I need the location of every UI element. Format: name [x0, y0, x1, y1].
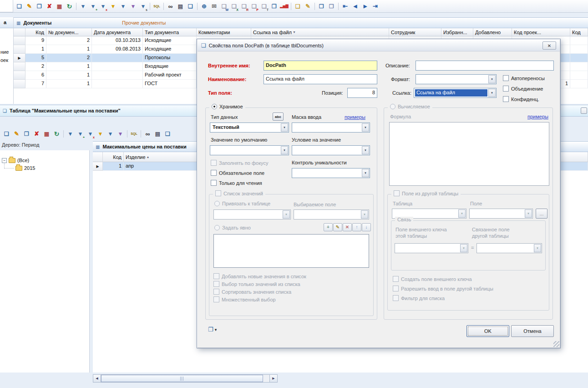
filter-remove-icon[interactable]: ▼x	[98, 1, 108, 11]
close-button[interactable]: ✕	[542, 41, 556, 50]
filter-exclude-icon[interactable]: ▼	[128, 1, 138, 11]
clear-table-icon[interactable]: ▦	[42, 129, 51, 139]
filter-remove-icon[interactable]: ▼x	[86, 129, 95, 139]
panel-collapse-button[interactable]	[581, 107, 587, 114]
expander-minus-icon[interactable]: −	[2, 158, 7, 163]
nav-first-icon[interactable]: ⇤	[340, 1, 350, 11]
windows-cascade-icon[interactable]: ❒	[327, 1, 336, 11]
scroll-right-button[interactable]: ▶	[269, 375, 277, 382]
format-dropdown[interactable]: ▼	[416, 74, 497, 84]
link-dropdown[interactable]: Ссылка на файл ▼	[414, 88, 497, 98]
tree-node-root[interactable]: − (Все)	[2, 158, 29, 163]
print-icon[interactable]: ▤	[176, 1, 185, 11]
name-input[interactable]: Ссылка на файл	[264, 74, 377, 84]
tree-node-label[interactable]: 2015	[24, 165, 35, 171]
related-field-dropdown[interactable]: ▼	[476, 243, 542, 253]
chevron-down-icon[interactable]: ▼	[534, 244, 541, 252]
export-rtf-icon[interactable]: ❏R	[239, 1, 249, 11]
ok-button[interactable]: OK	[466, 325, 509, 337]
uniqueness-dropdown[interactable]: ▼	[292, 168, 370, 178]
chevron-down-icon[interactable]: ▼	[362, 146, 369, 154]
filter-saved-icon[interactable]: ▼s	[138, 1, 148, 11]
bind-to-table-radio[interactable]: Привязать к таблице	[214, 201, 270, 206]
chart-icon[interactable]: ▂▅▇	[279, 1, 289, 11]
scrollbar-track[interactable]	[101, 375, 269, 382]
add-record-icon[interactable]: ❏	[2, 129, 11, 139]
value-condition-dropdown[interactable]: ▼	[292, 145, 370, 155]
column-header[interactable]: Ссылка на файл▼	[251, 28, 389, 36]
add-record-icon[interactable]: ❏	[15, 1, 24, 11]
computed-radio[interactable]: Вычисляемое	[390, 104, 430, 109]
export-html-icon[interactable]: ⊕	[199, 1, 209, 11]
internal-name-input[interactable]: DocPath	[264, 61, 377, 71]
edit-record-icon[interactable]: ✎	[25, 1, 34, 11]
print-icon[interactable]: ▤	[153, 129, 162, 139]
chevron-down-icon[interactable]: ▼	[283, 210, 290, 219]
formula-textarea[interactable]	[389, 122, 549, 186]
filter-sql-icon[interactable]: SQL	[129, 129, 139, 139]
column-header[interactable]: № докумен...	[46, 28, 92, 36]
delete-record-icon[interactable]: ✘	[45, 1, 54, 11]
default-value-dropdown[interactable]: ▼	[210, 145, 289, 155]
copy-record-icon[interactable]: ❐	[35, 1, 44, 11]
export-txt-icon[interactable]: ❏T	[259, 1, 269, 11]
input-mask-dropdown[interactable]: ▼	[292, 123, 370, 133]
other-table-checkbox[interactable]: Поле из другой таблицы	[394, 190, 458, 196]
column-header[interactable]: Дата документа	[92, 28, 143, 36]
copy-record-icon[interactable]: ❐	[22, 129, 31, 139]
list-delete-button[interactable]: ✕	[343, 223, 352, 231]
copy-properties-button[interactable]: ❐ ▾	[208, 326, 217, 333]
stored-radio[interactable]: Хранимое	[212, 104, 243, 109]
refresh-icon[interactable]: ↻	[52, 129, 61, 139]
autowrap-checkbox[interactable]: Автопереносы	[503, 75, 545, 81]
explicit-list-radio[interactable]: Задать явно	[214, 225, 251, 230]
multi-select-checkbox[interactable]: Множественный выбор	[213, 296, 276, 302]
preview-icon[interactable]: ❏	[186, 1, 195, 11]
chevron-down-icon[interactable]: ▼	[362, 123, 369, 132]
required-checkbox[interactable]: Обязательное поле	[211, 170, 264, 176]
column-header[interactable]: Тип документа	[143, 28, 197, 36]
column-header[interactable]: Код	[570, 28, 588, 36]
list-edit-button[interactable]: ✎	[333, 223, 342, 231]
add-new-values-checkbox[interactable]: Добавлять новые значения в список	[213, 273, 306, 279]
description-input[interactable]	[416, 61, 554, 71]
bind-table-dropdown[interactable]: ▼	[213, 209, 291, 220]
position-input[interactable]: 8	[347, 88, 377, 98]
merge-checkbox[interactable]: Объединение	[503, 86, 543, 92]
explicit-values-listbox[interactable]	[213, 234, 369, 268]
chevron-down-icon[interactable]: ▼	[362, 169, 369, 177]
tab-other-documents[interactable]: Прочие документы	[122, 20, 166, 26]
export-word-icon[interactable]: ❏W	[219, 1, 229, 11]
tree-node-label[interactable]: (Все)	[17, 158, 29, 163]
chevron-down-icon[interactable]: ▼	[361, 210, 368, 219]
chevron-down-icon[interactable]: ▼	[460, 244, 467, 252]
filter-add-icon[interactable]: ▼+	[76, 129, 85, 139]
bind-field-dropdown[interactable]: ▼	[294, 209, 369, 220]
filter-icon[interactable]: ▼	[66, 129, 75, 139]
column-header[interactable]: Добавлено	[473, 28, 512, 36]
browse-button[interactable]: ...	[536, 209, 547, 219]
tree-node-2015[interactable]: 2015	[15, 165, 35, 171]
documents-panel-header[interactable]: ▦ Документы Прочие документы	[14, 17, 588, 28]
list-filter-checkbox[interactable]: Фильтр для списка	[393, 295, 445, 301]
chevron-down-icon[interactable]: ▼	[488, 75, 496, 83]
note-icon[interactable]: ❑	[293, 1, 303, 11]
allow-input-checkbox[interactable]: Разрешить ввод в поле другой таблицы	[393, 286, 493, 291]
filter-add-icon[interactable]: ▼+	[88, 1, 98, 11]
fill-on-focus-checkbox[interactable]: Заполнять по фокусу	[211, 160, 268, 166]
create-fk-checkbox[interactable]: Создать поле внешнего ключа	[393, 276, 472, 282]
value-list-checkbox[interactable]: Список значений	[215, 190, 263, 196]
find-icon[interactable]: ∞	[143, 129, 152, 139]
note-edit-icon[interactable]: ✎	[303, 1, 313, 11]
nav-next-icon[interactable]: ▶	[360, 1, 370, 11]
edit-record-icon[interactable]: ✎	[12, 129, 21, 139]
export-pdf-icon[interactable]: ❏P	[249, 1, 259, 11]
confidential-checkbox[interactable]: Конфиденц.	[503, 96, 539, 102]
only-list-values-checkbox[interactable]: Выбор только значений из списка	[213, 281, 300, 287]
export-clipboard-icon[interactable]: ❐	[269, 1, 279, 11]
resize-grip[interactable]	[553, 341, 559, 347]
chevron-down-icon[interactable]: ▼	[281, 123, 288, 132]
horizontal-scrollbar[interactable]: ◀ ▶	[93, 374, 278, 383]
sort-list-values-checkbox[interactable]: Сортировать значения списка	[213, 289, 291, 295]
data-type-dropdown[interactable]: Текстовый ▼	[210, 123, 289, 133]
